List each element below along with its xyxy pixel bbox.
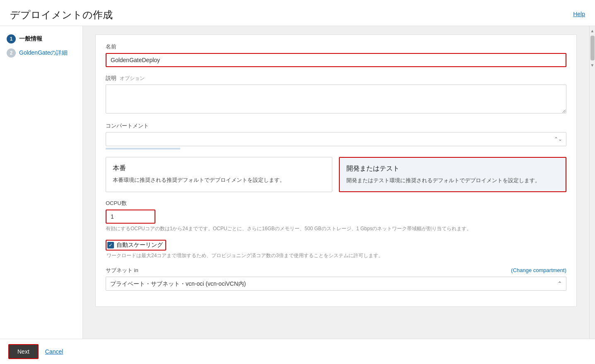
scrollbar: ▲ ▼ — [589, 26, 595, 339]
env-card-production-desc: 本番環境に推奨される推奨デフォルトでデプロイメントを設定します。 — [113, 176, 325, 184]
auto-scaling-label: 自動スケーリング — [116, 241, 163, 249]
ocpu-input[interactable] — [106, 210, 155, 224]
scroll-thumb[interactable] — [590, 36, 595, 60]
sidebar-item-general[interactable]: 1 一般情報 — [7, 34, 76, 43]
env-card-dev-test-desc: 開発またはテスト環境に推奨されるデフォルトでデプロイメントを設定します。 — [346, 176, 559, 185]
compartment-field-group: コンパートメント — [106, 122, 566, 149]
form-area: 名前 説明 オプション コンパートメント — [83, 26, 589, 339]
subnet-field-group: サブネット in (Change compartment) プライベート・サブネ… — [106, 267, 566, 291]
cancel-button[interactable]: Cancel — [45, 348, 63, 355]
page-title: デプロイメントの作成 — [10, 8, 113, 22]
bottom-bar: Next Cancel — [0, 339, 595, 364]
next-button[interactable]: Next — [8, 344, 39, 359]
scroll-down-arrow[interactable]: ▼ — [590, 62, 595, 68]
env-cards: 本番 本番環境に推奨される推奨デフォルトでデプロイメントを設定します。 開発また… — [106, 157, 566, 192]
sidebar: 1 一般情報 2 GoldenGateの詳細 — [0, 26, 83, 339]
auto-scaling-row: 自動スケーリング — [106, 240, 566, 251]
description-field-group: 説明 オプション — [106, 75, 566, 115]
sidebar-item-goldengate-label[interactable]: GoldenGateの詳細 — [19, 49, 68, 57]
description-label: 説明 オプション — [106, 75, 566, 82]
env-card-production-title: 本番 — [113, 164, 325, 173]
ocpu-label: OCPU数 — [106, 200, 566, 207]
name-label: 名前 — [106, 43, 566, 51]
subnet-label: サブネット in — [106, 267, 138, 274]
change-compartment-link[interactable]: (Change compartment) — [511, 267, 566, 273]
name-field-group: 名前 — [106, 43, 566, 67]
subnet-label-row: サブネット in (Change compartment) — [106, 267, 566, 274]
description-optional: オプション — [120, 75, 145, 81]
scroll-up-arrow[interactable]: ▲ — [590, 28, 595, 34]
ocpu-field-group: OCPU数 有効にするOCPUコアの数は1から24までです。OCPUごとに、さら… — [106, 200, 566, 232]
compartment-select[interactable] — [106, 132, 566, 146]
step-1-badge: 1 — [7, 34, 16, 43]
compartment-select-wrapper — [106, 132, 566, 146]
ocpu-hint: 有効にするOCPUコアの数は1から24までです。OCPUごとに、さらに16GBの… — [106, 225, 566, 232]
auto-scaling-checkbox[interactable] — [107, 242, 114, 248]
auto-scaling-hint: ワークロードは最大24コアまで増加するため、プロビジョニング済コア数の3倍まで使… — [106, 252, 566, 259]
env-card-production[interactable]: 本番 本番環境に推奨される推奨デフォルトでデプロイメントを設定します。 — [106, 157, 332, 192]
subnet-select[interactable]: プライベート・サブネット・vcn-oci (vcn-ociVCN内) — [106, 277, 566, 291]
env-card-dev-test-title: 開発またはテスト — [346, 164, 559, 173]
auto-scaling-group: 自動スケーリング ワークロードは最大24コアまで増加するため、プロビジョニング済… — [106, 240, 566, 259]
auto-scaling-checkbox-wrapper[interactable]: 自動スケーリング — [106, 240, 166, 251]
help-link[interactable]: Help — [573, 11, 585, 17]
sidebar-item-goldengate[interactable]: 2 GoldenGateの詳細 — [7, 48, 76, 58]
step-2-badge: 2 — [7, 48, 16, 58]
compartment-label: コンパートメント — [106, 122, 566, 130]
subnet-select-wrapper: プライベート・サブネット・vcn-oci (vcn-ociVCN内) — [106, 277, 566, 291]
name-input[interactable] — [106, 53, 566, 67]
sidebar-item-general-label: 一般情報 — [19, 35, 42, 43]
description-input[interactable] — [106, 84, 566, 113]
env-card-dev-test[interactable]: 開発またはテスト 開発またはテスト環境に推奨されるデフォルトでデプロイメントを設… — [339, 157, 566, 192]
compartment-progress-bar — [106, 148, 180, 149]
form-section: 名前 説明 オプション コンパートメント — [95, 34, 577, 307]
